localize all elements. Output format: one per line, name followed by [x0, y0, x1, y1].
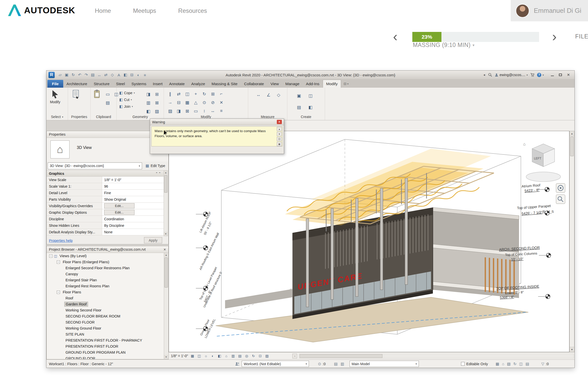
close-icon[interactable]: ✕ [277, 120, 282, 124]
tab-steel[interactable]: Steel [113, 80, 128, 88]
worksets-icon[interactable] [235, 360, 240, 368]
scrollbar-thumb[interactable] [164, 257, 168, 288]
site-nav-item-home[interactable]: Home [88, 7, 117, 14]
scroll-down-icon[interactable]: ▼ [164, 355, 168, 359]
project-browser-header[interactable]: Project Browser - ARCHITECTURAL_ewing@cs… [47, 246, 168, 253]
measure-tool-1-icon[interactable]: ∠ [264, 91, 273, 99]
property-value[interactable]: None [102, 229, 164, 235]
viewcube-face-label[interactable]: LEFT [534, 157, 541, 160]
properties-button[interactable] [72, 90, 80, 99]
delete-icon[interactable]: ✕ [218, 99, 225, 106]
tree-item-garden-roof[interactable]: Garden Roof [47, 301, 164, 307]
property-value[interactable]: 1/8" = 1'-0" [102, 177, 164, 183]
scrollbar-thumb[interactable] [164, 175, 167, 193]
property-value[interactable]: 96 [102, 183, 164, 189]
revit-titlebar[interactable]: R ▱▣↻↶↷▤↔⇄◇A◧⊟◐≡ Autodesk Revit 2020 - A… [46, 71, 574, 79]
warning-rail-button-1[interactable]: ▾ [277, 132, 282, 136]
3d-model-view[interactable]: URGENT CARE Atrium Roof5423' - 6"Top of … [169, 131, 569, 352]
create-tool-2-icon[interactable]: ▤ [294, 102, 304, 112]
tab-analyze[interactable]: Analyze [188, 80, 208, 88]
mirror-icon[interactable]: ◫ [183, 90, 191, 98]
split-icon[interactable]: ⊟ [175, 99, 182, 106]
rendered-view-icon[interactable]: ◐ [210, 353, 215, 359]
tree-item-ground-floor-program-plan[interactable]: GROUND FLOOR PROGRAM PLAN [47, 349, 164, 355]
apply-button[interactable]: Apply [144, 237, 162, 243]
offset-icon[interactable]: ⇄ [175, 90, 182, 98]
tree-item-floor-plans-enlarged-plans-[interactable]: −Floor Plans (Enlarged Plans) [47, 259, 164, 265]
trim-icon[interactable]: ⌐ [218, 90, 225, 98]
create-tool-0-icon[interactable]: ▣ [294, 91, 304, 101]
text-note-icon[interactable]: A [116, 72, 122, 78]
tab-collaborate[interactable]: Collaborate [241, 80, 267, 88]
close-button[interactable]: ✕ [564, 72, 572, 78]
measure-tool-0-icon[interactable]: ↔ [254, 91, 263, 99]
scrollbar-thumb[interactable] [570, 137, 574, 156]
viewcube-home-icon[interactable]: ⌂ [523, 142, 526, 146]
properties-scrollbar[interactable]: ▲ ▼ [164, 170, 168, 236]
temporary-hide-icon[interactable]: ▤ [237, 353, 242, 359]
undo-icon[interactable]: ↶ [77, 72, 83, 78]
array-icon[interactable]: ▦ [183, 99, 191, 106]
crop-region-icon[interactable]: ⌂ [224, 353, 229, 359]
edit-button[interactable]: Edit... [104, 210, 135, 215]
rotate-icon[interactable]: ↻ [201, 90, 208, 98]
status-tool-4-icon[interactable]: ◫ [519, 362, 523, 366]
thin-lines-icon[interactable]: ≡ [142, 72, 148, 78]
clipboard-panel-label[interactable]: Clipboard [91, 114, 116, 120]
section-box-icon[interactable]: ▥ [230, 353, 236, 359]
displaced-elements-icon[interactable]: ▨ [264, 353, 270, 359]
tree-expander-icon[interactable]: − [57, 260, 60, 264]
join-button[interactable]: ◧Join▾ [119, 104, 135, 109]
checkbox-icon[interactable] [461, 362, 465, 366]
tree-item-canopy[interactable]: Canopy [47, 271, 164, 277]
status-tool-0-icon[interactable]: ▦ [496, 362, 499, 366]
status-tool-2-icon[interactable]: ▧ [507, 362, 510, 366]
design-option-dropdown[interactable]: Main Model ▾ [350, 361, 419, 367]
edit-type-button[interactable]: ▦ Edit Type [146, 164, 165, 168]
collapse-section-icon[interactable]: ⌃⌃ [156, 172, 162, 175]
pin-icon[interactable]: ⊙ [201, 99, 208, 106]
status-tool-3-icon[interactable]: ↻ [513, 362, 516, 366]
files-label[interactable]: FILES [575, 33, 588, 40]
unlocked-view-icon[interactable]: ↻ [251, 353, 256, 359]
scrollbar-thumb[interactable] [300, 354, 382, 358]
view-type-icon[interactable]: ⌂ [50, 140, 70, 158]
tree-item-presentation-first-floor[interactable]: PRESENTATION FIRST FLOOR [47, 343, 164, 349]
unpin-icon[interactable]: ⊘ [209, 99, 217, 106]
align-icon[interactable]: ∥ [166, 90, 174, 98]
geometry-tool-1-icon[interactable]: ⊞ [153, 91, 160, 98]
revit-app-menu-icon[interactable]: R [48, 72, 55, 78]
tree-item-second-floor-break-room[interactable]: SECOND FLOOR BREAK ROOM [47, 313, 164, 319]
tab-systems[interactable]: Systems [128, 80, 150, 88]
tab-file[interactable]: File [47, 80, 63, 88]
tab-manage[interactable]: Manage [282, 80, 303, 88]
scale-icon[interactable]: △ [192, 99, 200, 106]
measure-tool-2-icon[interactable]: ◇ [274, 91, 283, 99]
graphics-section-header[interactable]: Graphics ⌃⌃ [47, 170, 164, 177]
paste-button[interactable] [93, 90, 101, 99]
clipboard-tool-2-icon[interactable]: ▤ [104, 99, 111, 106]
next-lesson-chevron-icon[interactable]: › [552, 30, 557, 43]
tab-massing-site[interactable]: Massing & Site [208, 80, 241, 88]
create-tool-1-icon[interactable]: ◫ [305, 91, 315, 101]
copy-icon[interactable]: ⊞ [209, 90, 217, 98]
visual-style-icon[interactable]: ▦ [190, 353, 195, 359]
tree-item-site-plan[interactable]: SITE PLAN [47, 331, 164, 337]
tab-modify[interactable]: Modify [323, 80, 341, 88]
geometry-tool-0-icon[interactable]: ◨ [145, 91, 152, 98]
tag-icon[interactable]: ◇ [109, 72, 115, 78]
tree-item-enlarged-stair-plan[interactable]: Enlarged Stair Plan [47, 277, 164, 283]
tree-item-second-floor[interactable]: SECOND FLOOR [47, 319, 164, 325]
scroll-down-icon[interactable]: ▼ [570, 347, 574, 352]
workset-dropdown[interactable]: Workset1 (Not Editable) ▾ [242, 361, 309, 367]
tree-item-roof[interactable]: Roof [47, 295, 164, 301]
shadows-icon[interactable]: ◫ [197, 353, 202, 359]
scroll-up-icon[interactable]: ▲ [164, 171, 168, 175]
section-icon[interactable]: ⊟ [129, 72, 135, 78]
tab-insert[interactable]: Insert [150, 80, 166, 88]
cut-button[interactable]: ◧Cut▾ [119, 97, 135, 102]
editable-only-checkbox[interactable]: Editable Only [461, 360, 488, 368]
save-icon[interactable]: ▣ [64, 72, 70, 78]
property-value[interactable]: Coordination [102, 216, 164, 222]
aligned-dimension-icon[interactable]: ⇄ [103, 72, 109, 78]
